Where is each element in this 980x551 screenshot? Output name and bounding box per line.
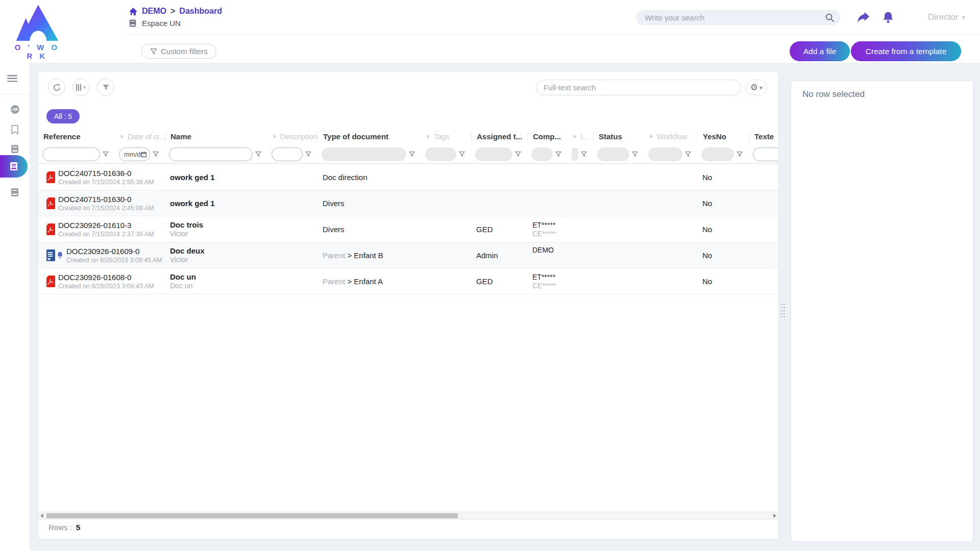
doc-reference: DOC230926-01610-3 <box>58 221 154 230</box>
doc-reference: DOC240715-01630-0 <box>58 195 154 204</box>
doc-yesno: No <box>697 173 749 182</box>
column-header-company[interactable]: Comp... <box>527 132 568 141</box>
doc-name-sub: Doc un <box>170 282 267 290</box>
doc-type: > Enfant A <box>347 277 383 286</box>
sidebar-item-dashboard[interactable] <box>0 99 30 119</box>
doc-created: Created on 7/15/2024 2:55:38 AM <box>58 179 154 186</box>
chevron-down-icon: ▾ <box>962 14 965 21</box>
scroll-right-arrow[interactable] <box>773 514 776 518</box>
pdf-file-icon <box>45 223 55 235</box>
doc-created: Created on 9/26/2023 3:09:45 AM <box>66 257 162 264</box>
doc-name-sub: Victor <box>170 230 267 238</box>
rows-count: Rows : 5 <box>48 523 80 532</box>
doc-type-parent: Parent <box>323 277 345 286</box>
column-header-workflow[interactable]: Workflow <box>644 132 697 141</box>
doc-type: Doc direction <box>323 173 368 182</box>
column-header-tags[interactable]: Tags <box>421 132 471 141</box>
table-header-row: Reference Date of cr... Name Description… <box>38 128 778 145</box>
full-text-search <box>536 80 741 95</box>
filter-funnel-icon[interactable] <box>632 151 638 157</box>
doc-name: Doc un <box>170 272 267 281</box>
panel-resize-handle[interactable] <box>780 303 786 317</box>
pdf-file-icon <box>45 276 55 287</box>
all-count-badge[interactable]: All : 5 <box>46 109 80 123</box>
column-header-assigned[interactable]: Assigned t... <box>471 132 527 141</box>
doc-assigned: GED <box>471 225 527 234</box>
filter-funnel-icon[interactable] <box>685 151 691 157</box>
column-header-description[interactable]: Description <box>267 132 317 141</box>
column-header-status[interactable]: Status <box>593 132 644 141</box>
column-header-i[interactable]: I... <box>568 132 593 141</box>
table-row[interactable]: DOC230926-01608-0Created on 9/26/2023 3:… <box>38 268 778 294</box>
table-row[interactable]: DOC240715-01636-0Created on 7/15/2024 2:… <box>38 164 778 190</box>
breadcrumb-root[interactable]: DEMO <box>142 7 166 16</box>
home-icon[interactable] <box>129 7 138 16</box>
rows-count-value: 5 <box>76 523 81 532</box>
notifications-button[interactable] <box>882 11 894 26</box>
doc-reference: DOC230926-01609-0 <box>66 247 162 256</box>
filter-type-disabled <box>322 147 406 161</box>
left-sidebar <box>0 63 30 551</box>
scroll-left-arrow[interactable] <box>40 514 43 518</box>
filter-funnel-icon[interactable] <box>555 151 561 157</box>
global-search-input[interactable] <box>645 13 825 22</box>
filter-funnel-icon[interactable] <box>153 151 159 157</box>
detail-panel: No row selected <box>791 81 973 541</box>
doc-type: > Enfant B <box>347 251 383 260</box>
scrollbar-thumb[interactable] <box>46 513 458 518</box>
sidebar-item-archive[interactable] <box>0 183 30 202</box>
custom-filters-label: Custom filters <box>161 47 208 56</box>
filter-texte-input[interactable] <box>753 147 778 161</box>
columns-button[interactable]: ▾ <box>72 79 90 96</box>
column-header-type[interactable]: Type of document <box>317 132 421 141</box>
horizontal-scrollbar[interactable] <box>38 512 778 519</box>
column-header-date[interactable]: Date of cr... <box>115 132 165 141</box>
filter-reference-input[interactable] <box>42 147 100 161</box>
chevron-down-icon: ▾ <box>760 84 763 91</box>
share-button[interactable] <box>856 11 870 25</box>
breadcrumb-current[interactable]: Dashboard <box>179 7 222 16</box>
filter-funnel-icon[interactable] <box>737 151 743 157</box>
column-header-yesno[interactable]: YesNo <box>697 132 749 141</box>
sidebar-item-documents-active[interactable] <box>0 155 28 178</box>
calendar-icon <box>141 151 147 158</box>
app-logo[interactable]: O ' W O R K <box>9 3 65 60</box>
filter-funnel-icon[interactable] <box>515 151 521 157</box>
filter-funnel-icon[interactable] <box>255 151 261 157</box>
filters-button[interactable] <box>97 79 114 96</box>
doc-assigned: Admin <box>471 251 527 260</box>
doc-yesno: No <box>697 199 749 208</box>
add-file-button[interactable]: Add a file <box>790 41 850 61</box>
column-header-texte[interactable]: Texte <box>749 132 778 141</box>
filter-funnel-icon[interactable] <box>459 151 465 157</box>
chevron-right-icon <box>426 134 431 139</box>
doc-name: owork ged 1 <box>170 173 267 182</box>
top-header: O ' W O R K DEMO > Dashboard Espace UN C… <box>0 0 980 63</box>
doc-company-sub: CE***** <box>532 230 568 238</box>
table-row[interactable]: DOC240715-01630-0Created on 7/15/2024 2:… <box>38 190 778 216</box>
chevron-right-icon <box>120 134 125 139</box>
create-from-template-button[interactable]: Create from a template <box>851 41 961 61</box>
sidebar-menu-toggle[interactable] <box>0 63 30 94</box>
filter-funnel-icon[interactable] <box>581 151 587 157</box>
filter-name-input[interactable] <box>169 147 253 161</box>
table-settings-button[interactable]: ⚙ ▾ <box>746 80 767 95</box>
filter-funnel-icon[interactable] <box>103 151 109 157</box>
logo-mountain-icon <box>15 3 59 42</box>
refresh-button[interactable] <box>48 79 65 96</box>
bell-icon <box>882 11 894 24</box>
column-header-name[interactable]: Name <box>165 132 267 141</box>
custom-filters-button[interactable]: Custom filters <box>141 44 216 59</box>
doc-type: Divers <box>323 225 345 234</box>
user-role-menu[interactable]: Director ▾ <box>928 12 965 22</box>
full-text-search-input[interactable] <box>544 83 733 92</box>
filter-funnel-icon[interactable] <box>305 151 311 157</box>
table-row[interactable]: DOC230926-01610-3Created on 7/15/2024 2:… <box>38 216 778 242</box>
table-row[interactable]: DOC230926-01609-0Created on 9/26/2023 3:… <box>38 242 778 268</box>
sidebar-item-bookmarks[interactable] <box>0 120 30 139</box>
search-icon[interactable] <box>825 13 835 22</box>
filter-date-input[interactable]: mm/d <box>119 147 150 161</box>
filter-description-input[interactable] <box>272 147 303 161</box>
filter-funnel-icon[interactable] <box>409 151 415 157</box>
column-header-reference[interactable]: Reference <box>38 132 115 141</box>
